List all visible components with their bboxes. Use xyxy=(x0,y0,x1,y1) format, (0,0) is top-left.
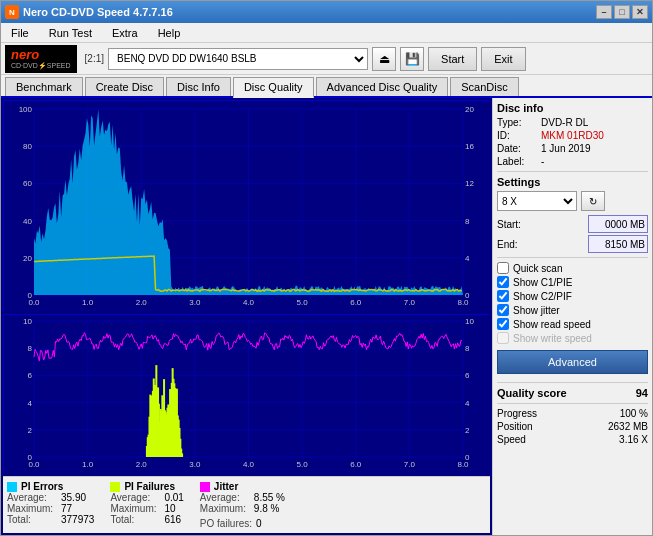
start-label: Start: xyxy=(497,219,521,230)
pi-errors-total: Total: 377973 xyxy=(7,514,94,525)
chart-bottom-canvas xyxy=(4,315,491,475)
progress-row: Progress 100 % xyxy=(497,408,648,419)
main-window: N Nero CD-DVD Speed 4.7.7.16 – □ ✕ File … xyxy=(0,0,653,536)
start-mb-row: Start: xyxy=(497,215,648,233)
po-failures: PO failures: 0 xyxy=(200,518,285,529)
progress-label: Progress xyxy=(497,408,537,419)
divider-1 xyxy=(497,171,648,172)
legend-jitter: Jitter Average: 8.55 % Maximum: 9.8 % PO… xyxy=(200,481,285,529)
disc-date-row: Date: 1 Jun 2019 xyxy=(497,143,648,154)
pi-failures-max: Maximum: 10 xyxy=(110,503,183,514)
quality-score-value: 94 xyxy=(636,387,648,399)
pi-errors-color xyxy=(7,482,17,492)
show-jitter-label: Show jitter xyxy=(513,305,560,316)
pi-errors-max: Maximum: 77 xyxy=(7,503,94,514)
checkbox-show-c1pie: Show C1/PIE xyxy=(497,276,648,288)
quality-score-row: Quality score 94 xyxy=(497,387,648,399)
app-icon: N xyxy=(5,5,19,19)
menu-file[interactable]: File xyxy=(5,25,35,41)
pi-failures-color xyxy=(110,482,120,492)
legend-area: PI Errors Average: 35.90 Maximum: 77 Tot… xyxy=(3,476,490,533)
end-mb-input[interactable] xyxy=(588,235,648,253)
advanced-button[interactable]: Advanced xyxy=(497,350,648,374)
tab-disc-info[interactable]: Disc Info xyxy=(166,77,231,96)
jitter-max: Maximum: 9.8 % xyxy=(200,503,285,514)
tab-advanced-disc-quality[interactable]: Advanced Disc Quality xyxy=(316,77,449,96)
jitter-avg: Average: 8.55 % xyxy=(200,492,285,503)
speed-refresh-button[interactable]: ↻ xyxy=(581,191,605,211)
menu-runtest[interactable]: Run Test xyxy=(43,25,98,41)
pi-failures-total: Total: 616 xyxy=(110,514,183,525)
divider-2 xyxy=(497,257,648,258)
position-value: 2632 MB xyxy=(608,421,648,432)
show-c1pie-label: Show C1/PIE xyxy=(513,277,572,288)
jitter-color xyxy=(200,482,210,492)
toolbar: nero CD·DVD⚡SPEED [2:1] BENQ DVD DD DW16… xyxy=(1,43,652,75)
close-button[interactable]: ✕ xyxy=(632,5,648,19)
tab-disc-quality[interactable]: Disc Quality xyxy=(233,77,314,98)
chart-top xyxy=(3,100,490,312)
menu-extra[interactable]: Extra xyxy=(106,25,144,41)
chart-bottom xyxy=(3,314,490,474)
show-jitter-checkbox[interactable] xyxy=(497,304,509,316)
start-mb-input[interactable] xyxy=(588,215,648,233)
stats-panel: Disc info Type: DVD-R DL ID: MKM 01RD30 … xyxy=(492,98,652,535)
tab-benchmark[interactable]: Benchmark xyxy=(5,77,83,96)
disc-id-row: ID: MKM 01RD30 xyxy=(497,130,648,141)
show-c2pif-label: Show C2/PIF xyxy=(513,291,572,302)
chart-top-canvas xyxy=(4,101,491,313)
legend-pi-failures-title: PI Failures xyxy=(110,481,183,492)
quick-scan-checkbox[interactable] xyxy=(497,262,509,274)
checkbox-show-read-speed: Show read speed xyxy=(497,318,648,330)
pi-failures-avg: Average: 0.01 xyxy=(110,492,183,503)
disc-info-title: Disc info xyxy=(497,102,648,114)
quick-scan-label: Quick scan xyxy=(513,263,562,274)
progress-section: Progress 100 % Position 2632 MB Speed 3.… xyxy=(497,408,648,445)
end-mb-row: End: xyxy=(497,235,648,253)
drive-label: [2:1] xyxy=(85,53,104,64)
end-label: End: xyxy=(497,239,518,250)
speed-row-progress: Speed 3.16 X xyxy=(497,434,648,445)
position-label: Position xyxy=(497,421,533,432)
disc-type-row: Type: DVD-R DL xyxy=(497,117,648,128)
menu-help[interactable]: Help xyxy=(152,25,187,41)
start-button[interactable]: Start xyxy=(428,47,477,71)
speed-label: Speed xyxy=(497,434,526,445)
maximize-button[interactable]: □ xyxy=(614,5,630,19)
settings-title: Settings xyxy=(497,176,648,188)
drive-select[interactable]: BENQ DVD DD DW1640 BSLB xyxy=(108,48,368,70)
show-read-speed-checkbox[interactable] xyxy=(497,318,509,330)
title-bar: N Nero CD-DVD Speed 4.7.7.16 – □ ✕ xyxy=(1,1,652,23)
save-button[interactable]: 💾 xyxy=(400,47,424,71)
tab-create-disc[interactable]: Create Disc xyxy=(85,77,164,96)
title-bar-controls: – □ ✕ xyxy=(596,5,648,19)
legend-pi-failures: PI Failures Average: 0.01 Maximum: 10 To… xyxy=(110,481,183,529)
legend-pi-errors: PI Errors Average: 35.90 Maximum: 77 Tot… xyxy=(7,481,94,529)
show-write-speed-checkbox[interactable] xyxy=(497,332,509,344)
chart-area: PI Errors Average: 35.90 Maximum: 77 Tot… xyxy=(1,98,492,535)
speed-select[interactable]: 8 X MAX 4 X xyxy=(497,191,577,211)
show-write-speed-label: Show write speed xyxy=(513,333,592,344)
show-c2pif-checkbox[interactable] xyxy=(497,290,509,302)
exit-button[interactable]: Exit xyxy=(481,47,525,71)
legend-pi-errors-title: PI Errors xyxy=(7,481,94,492)
progress-value: 100 % xyxy=(620,408,648,419)
divider-3 xyxy=(497,382,648,383)
divider-4 xyxy=(497,403,648,404)
checkbox-show-write-speed: Show write speed xyxy=(497,332,648,344)
tab-scandisc[interactable]: ScanDisc xyxy=(450,77,518,96)
position-row: Position 2632 MB xyxy=(497,421,648,432)
disc-label-row: Label: - xyxy=(497,156,648,167)
minimize-button[interactable]: – xyxy=(596,5,612,19)
checkbox-show-c2pif: Show C2/PIF xyxy=(497,290,648,302)
pi-errors-avg: Average: 35.90 xyxy=(7,492,94,503)
eject-button[interactable]: ⏏ xyxy=(372,47,396,71)
tab-bar: Benchmark Create Disc Disc Info Disc Qua… xyxy=(1,75,652,98)
legend-jitter-title: Jitter xyxy=(200,481,285,492)
speed-row: 8 X MAX 4 X ↻ xyxy=(497,191,648,211)
show-c1pie-checkbox[interactable] xyxy=(497,276,509,288)
title-bar-left: N Nero CD-DVD Speed 4.7.7.16 xyxy=(5,5,173,19)
content-area: PI Errors Average: 35.90 Maximum: 77 Tot… xyxy=(1,98,652,535)
window-title: Nero CD-DVD Speed 4.7.7.16 xyxy=(23,6,173,18)
quality-score-label: Quality score xyxy=(497,387,567,399)
